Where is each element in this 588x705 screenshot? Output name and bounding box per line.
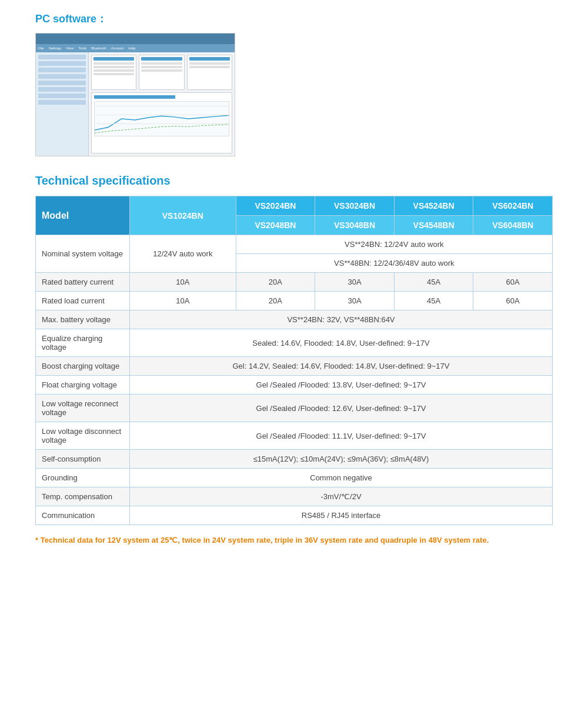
row-value: 45A (394, 292, 473, 310)
row-value: 10A (130, 273, 236, 292)
span-cell: Sealed: 14.6V, Flooded: 14.8V, User-defi… (130, 329, 553, 357)
span-cell: ≤15mA(12V); ≤10mA(24V); ≤9mA(36V); ≤8mA(… (130, 450, 553, 469)
row-label: Rated load current (36, 292, 130, 310)
vs2048bn-header: VS2048BN (236, 216, 315, 235)
tech-specs-section: Technical specifications Model VS1024BN … (35, 174, 553, 547)
table-row: Low voltage reconnect voltage Gel /Seale… (36, 395, 553, 422)
table-row: Boost charging voltage Gel: 14.2V, Seale… (36, 357, 553, 376)
pc-screenshot: File Settings View Tools Bluetooth Accou… (35, 33, 235, 156)
screenshot-left-panel (36, 52, 89, 156)
header-row-top: Model VS1024BN VS2024BN VS3024BN VS4524B… (36, 196, 553, 216)
left-row (38, 55, 86, 59)
pc-software-title: PC software： (35, 12, 553, 26)
row-label: Rated battery current (36, 273, 130, 292)
vs1024bn-header: VS1024BN (130, 196, 236, 235)
row-value: 10A (130, 292, 236, 310)
row-label: Temp. compensation (36, 487, 130, 506)
row-value: 45A (394, 273, 473, 292)
panel-row (141, 62, 182, 65)
nominal-top: VS**24BN: 12/24V auto work (236, 235, 552, 254)
row-label: Boost charging voltage (36, 357, 130, 376)
span-cell: RS485 / RJ45 interface (130, 506, 553, 525)
row-value: 20A (236, 273, 315, 292)
table-row: Self-consumption ≤15mA(12V); ≤10mA(24V);… (36, 450, 553, 469)
vs4524bn-header: VS4524BN (394, 196, 473, 216)
chart-svg (95, 102, 229, 136)
vs6024bn-header: VS6024BN (473, 196, 553, 216)
span-cell: Gel /Sealed /Flooded: 13.8V, User-define… (130, 376, 553, 395)
menu-item: Bluetooth (91, 46, 106, 50)
row-label: Communication (36, 506, 130, 525)
row-value: 20A (236, 292, 315, 310)
span-cell: Common negative (130, 469, 553, 487)
grid-line (95, 123, 229, 124)
left-row (38, 87, 86, 92)
chart-title (94, 95, 175, 99)
table-row: Float charging voltage Gel /Sealed /Floo… (36, 376, 553, 395)
left-row (38, 61, 86, 66)
footer-note: * Technical data for 12V system at 25℃, … (35, 534, 553, 547)
vs3048bn-header: VS3048BN (315, 216, 395, 235)
panel-row (141, 66, 182, 68)
span-cell-nominal: VS**24BN: 12/24V auto work VS**48BN: 12/… (236, 235, 552, 273)
spec-table: Model VS1024BN VS2024BN VS3024BN VS4524B… (35, 196, 553, 525)
row-label: Low voltage reconnect voltage (36, 395, 130, 422)
row-label: Max. battery voltage (36, 310, 130, 329)
left-row (38, 93, 86, 98)
span-cell: Gel /Sealed /Flooded: 11.1V, User-define… (130, 422, 553, 450)
vs4548bn-header: VS4548BN (394, 216, 473, 235)
left-row (38, 81, 86, 85)
vs3024bn-header: VS3024BN (315, 196, 395, 216)
row-value: 30A (315, 273, 395, 292)
table-row: Rated battery current 10A 20A 30A 45A 60… (36, 273, 553, 292)
span-cell: Gel: 14.2V, Sealed: 14.6V, Flooded: 14.8… (130, 357, 553, 376)
span-cell: -3mV/℃/2V (130, 487, 553, 506)
row-label: Self-consumption (36, 450, 130, 469)
row-label: Float charging voltage (36, 376, 130, 395)
left-row (38, 74, 86, 79)
menu-item: View (66, 46, 74, 50)
screenshot-toolbar (36, 34, 235, 44)
panel-box (139, 55, 184, 90)
table-row: Temp. compensation -3mV/℃/2V (36, 487, 553, 506)
panel-title (189, 57, 230, 61)
span-cell: Gel /Sealed /Flooded: 12.6V, User-define… (130, 395, 553, 422)
table-row: Max. battery voltage VS**24BN: 32V, VS**… (36, 310, 553, 329)
panel-row (141, 69, 182, 72)
screenshot-inner: File Settings View Tools Bluetooth Accou… (36, 34, 235, 156)
grid-line (95, 106, 229, 106)
row-label: Nominal system voltage (36, 235, 130, 273)
row-value: 12/24V auto work (130, 235, 236, 273)
left-row (38, 68, 86, 72)
menu-item: Account (111, 46, 124, 50)
table-row: Equalize charging voltage Sealed: 14.6V,… (36, 329, 553, 357)
model-header-cell: Model (36, 196, 130, 235)
screenshot-body (36, 52, 235, 156)
panel-title (141, 57, 182, 61)
left-row (38, 100, 86, 105)
panel-row (93, 62, 134, 65)
table-row: Communication RS485 / RJ45 interface (36, 506, 553, 525)
screenshot-menu: File Settings View Tools Bluetooth Accou… (36, 44, 235, 52)
panel-row (189, 66, 230, 68)
panel-row (93, 66, 134, 68)
menu-item: Help (128, 46, 135, 50)
menu-item: Tools (78, 46, 86, 50)
panel-box (91, 55, 136, 90)
grid-line (95, 115, 229, 115)
table-row: Grounding Common negative (36, 469, 553, 487)
table-row: Low voltage disconnect voltage Gel /Seal… (36, 422, 553, 450)
panel-row (93, 69, 134, 72)
menu-item: Settings (49, 46, 62, 50)
vs2024bn-header: VS2024BN (236, 196, 315, 216)
screenshot-chart (91, 92, 232, 153)
table-row: Rated load current 10A 20A 30A 45A 60A (36, 292, 553, 310)
pc-software-section: PC software： File Settings View Tools Bl… (35, 12, 553, 156)
row-value: 60A (473, 292, 553, 310)
table-row: Nominal system voltage 12/24V auto work … (36, 235, 553, 273)
panel-title (93, 57, 134, 61)
panel-box (187, 55, 232, 90)
nominal-bottom: VS**48BN: 12/24/36/48V auto work (236, 254, 552, 272)
panel-row (93, 73, 134, 75)
tech-specs-title: Technical specifications (35, 174, 553, 188)
